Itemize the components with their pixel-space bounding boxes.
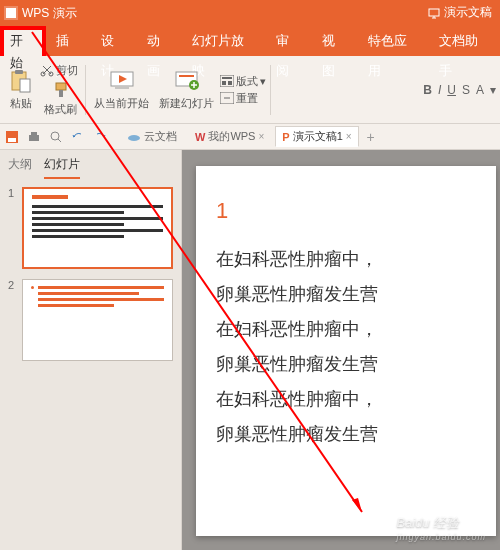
tab-review[interactable]: 审阅 — [266, 26, 312, 56]
cloud-icon — [127, 132, 141, 142]
watermark: Baidu 经验 jingyan.baidu.com — [396, 514, 486, 542]
quick-access-bar: 云文档 W我的WPS× P演示文稿1× + — [0, 124, 500, 150]
presentation-icon — [428, 7, 440, 19]
save-icon — [5, 130, 19, 144]
tab-assistant[interactable]: 文档助手 — [429, 26, 500, 56]
slide-page[interactable]: 1 在妇科恶性肿瘤中， 卵巢恶性肿瘤发生营 在妇科恶性肿瘤中， 卵巢恶性肿瘤发生… — [196, 166, 496, 536]
layout-button[interactable]: 版式▾ — [220, 74, 266, 89]
strike-button[interactable]: S — [462, 83, 470, 97]
close-icon[interactable]: × — [346, 131, 352, 142]
svg-rect-17 — [228, 81, 232, 85]
cut-icon — [40, 63, 54, 77]
doc-tab-mywps[interactable]: W我的WPS× — [188, 126, 271, 147]
ribbon: 粘贴 剪切 格式刷 从当前开始 新建幻灯片 版式▾ 重置 B I U S A ▾ — [0, 56, 500, 124]
svg-rect-20 — [8, 138, 16, 142]
undo-button[interactable] — [70, 129, 86, 145]
svg-rect-5 — [20, 79, 30, 92]
redo-button[interactable] — [92, 129, 108, 145]
slides-tab[interactable]: 幻灯片 — [44, 156, 80, 179]
svg-rect-8 — [56, 83, 66, 90]
thumbnail-2[interactable]: 2 — [8, 279, 173, 361]
svg-rect-12 — [179, 75, 194, 77]
presentation-icon: P — [282, 131, 289, 143]
font-a-button[interactable]: A — [476, 83, 484, 97]
thumbnail-1[interactable]: 1 — [8, 187, 173, 269]
reset-icon — [220, 92, 234, 104]
doc-tab-active[interactable]: P演示文稿1× — [275, 126, 358, 147]
from-current-button[interactable]: 从当前开始 — [90, 68, 153, 111]
svg-rect-16 — [222, 81, 226, 85]
cut-button[interactable]: 剪切 — [40, 63, 81, 78]
svg-rect-21 — [29, 135, 39, 141]
underline-button[interactable]: U — [447, 83, 456, 97]
slide-canvas[interactable]: 1 在妇科恶性肿瘤中， 卵巢恶性肿瘤发生营 在妇科恶性肿瘤中， 卵巢恶性肿瘤发生… — [182, 150, 500, 550]
workspace: 大纲 幻灯片 1 2 1 在妇科恶性肿瘤中， 卵巢恶性肿瘤发生营 — [0, 150, 500, 550]
svg-point-24 — [128, 135, 140, 141]
outline-tab[interactable]: 大纲 — [8, 156, 32, 179]
document-tabs: 云文档 W我的WPS× P演示文稿1× + — [120, 126, 379, 147]
play-icon — [110, 70, 134, 92]
format-brush-button[interactable]: 格式刷 — [40, 80, 81, 117]
wps-icon: W — [195, 131, 205, 143]
app-logo: WPS 演示 — [0, 5, 77, 22]
new-slide-icon — [175, 70, 199, 92]
chevron-down-icon: ▾ — [260, 75, 266, 88]
tab-special[interactable]: 特色应用 — [358, 26, 429, 56]
menu-bar: 开始 插入 设计 动画 幻灯片放映 审阅 视图 特色应用 文档助手 — [0, 26, 500, 56]
titlebar-right[interactable]: 演示文稿 — [428, 4, 492, 21]
font-tools: B I U S A ▾ — [423, 83, 496, 97]
undo-icon — [71, 130, 85, 144]
print-button[interactable] — [26, 129, 42, 145]
italic-button[interactable]: I — [438, 83, 441, 97]
doc-tab-cloud[interactable]: 云文档 — [120, 126, 184, 147]
new-slide-button[interactable]: 新建幻灯片 — [155, 68, 218, 111]
title-bar: WPS 演示 演示文稿 — [0, 0, 500, 26]
paste-button[interactable]: 粘贴 — [4, 68, 38, 111]
print-icon — [27, 130, 41, 144]
tab-view[interactable]: 视图 — [312, 26, 358, 56]
layout-icon — [220, 75, 234, 87]
save-button[interactable] — [4, 129, 20, 145]
tab-start[interactable]: 开始 — [0, 26, 46, 56]
tab-slideshow[interactable]: 幻灯片放映 — [182, 26, 266, 56]
brush-icon — [52, 81, 70, 99]
page-number: 1 — [216, 198, 476, 224]
slide-panel: 大纲 幻灯片 1 2 — [0, 150, 182, 550]
redo-icon — [93, 130, 107, 144]
svg-rect-22 — [31, 132, 37, 135]
svg-point-23 — [51, 132, 59, 140]
chevron-down-icon: ▾ — [490, 83, 496, 97]
tab-insert[interactable]: 插入 — [46, 26, 92, 56]
svg-rect-9 — [59, 90, 63, 97]
svg-rect-2 — [429, 9, 439, 16]
app-name: WPS 演示 — [22, 5, 77, 22]
preview-icon — [49, 130, 63, 144]
add-tab-button[interactable]: + — [363, 129, 379, 145]
tab-design[interactable]: 设计 — [91, 26, 137, 56]
preview-button[interactable] — [48, 129, 64, 145]
svg-rect-15 — [222, 77, 232, 79]
close-icon[interactable]: × — [258, 131, 264, 142]
svg-rect-1 — [6, 8, 16, 18]
reset-button[interactable]: 重置 — [220, 91, 266, 106]
bold-button[interactable]: B — [423, 83, 432, 97]
tab-animation[interactable]: 动画 — [137, 26, 183, 56]
thumbnails: 1 2 — [0, 179, 181, 379]
